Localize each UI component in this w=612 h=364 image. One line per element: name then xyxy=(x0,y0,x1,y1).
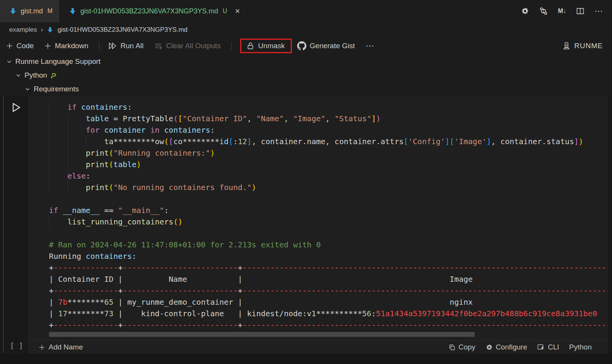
language-label: Python xyxy=(569,343,592,351)
unmask-label: Unmask xyxy=(258,42,285,50)
runme-label: RUNME xyxy=(574,42,603,50)
code-cell[interactable]: if containers: table = PrettyTable(["Con… xyxy=(29,96,607,354)
run-all-icon xyxy=(108,41,117,50)
modified-badge: M xyxy=(47,8,52,15)
unmask-button[interactable]: Unmask xyxy=(246,42,285,50)
untracked-badge: U xyxy=(223,8,227,15)
tab-bar: gist.md M gist-01HWD053BZ23JN6VA7X3NGP3Y… xyxy=(0,0,612,22)
run-all-button[interactable]: Run All xyxy=(108,41,143,50)
tree-item-label: Runme Language Support xyxy=(15,57,101,66)
add-code-label: Code xyxy=(16,42,34,50)
chevron-down-icon xyxy=(24,86,31,92)
file-down-arrow-icon xyxy=(9,7,17,15)
code-line xyxy=(49,193,583,205)
tree-item-label: Python xyxy=(24,71,47,80)
gear-icon xyxy=(485,344,493,351)
breadcrumb-file[interactable]: gist-01HWD053BZ23JN6VA7X3NGP3YS.md xyxy=(57,26,187,34)
code-line: else: xyxy=(49,170,583,182)
tree-item-label: Requirements xyxy=(34,85,79,93)
code-line: | 7b********65 | my_runme_demo_container… xyxy=(49,296,607,308)
configure-label: Configure xyxy=(496,343,527,351)
code-line: print("Running containers:") xyxy=(49,147,583,159)
chevron-down-icon xyxy=(15,72,21,78)
code-line: if __name__ == "__main__": xyxy=(49,205,583,216)
add-markdown-cell-button[interactable]: Markdown xyxy=(44,42,88,50)
more-actions-icon[interactable]: ⋯ xyxy=(594,6,604,16)
github-icon xyxy=(297,41,306,50)
code-line: +--------------+------------------------… xyxy=(49,262,607,273)
runme-brand: RUNME xyxy=(562,42,603,50)
clear-all-outputs-button[interactable]: Clear All Outputs xyxy=(154,42,221,50)
breadcrumb-separator-icon: › xyxy=(41,26,43,34)
plus-icon xyxy=(6,42,13,49)
file-down-arrow-icon xyxy=(69,7,76,15)
markdown-download-icon[interactable]: M↓ xyxy=(558,8,566,15)
copy-button[interactable]: Copy xyxy=(448,343,475,351)
add-name-label: Add Name xyxy=(49,343,83,351)
snake-icon xyxy=(50,72,58,79)
breadcrumb: examples › gist-01HWD053BZ23JN6VA7X3NGP3… xyxy=(0,22,612,37)
copy-label: Copy xyxy=(459,343,475,351)
code-line: print("No running containers found.") xyxy=(49,182,583,193)
file-down-arrow-icon xyxy=(47,26,54,33)
code-line: table = PrettyTable(["Container ID", "Na… xyxy=(49,113,583,124)
annotation-red-box: Unmask xyxy=(240,39,292,53)
code-line: Running containers: xyxy=(49,250,607,262)
tree-item-requirements[interactable]: Requirements xyxy=(0,82,612,96)
code-line: +--------------+------------------------… xyxy=(49,285,607,296)
close-icon[interactable]: ✕ xyxy=(235,7,240,15)
generate-gist-label: Generate Gist xyxy=(310,42,355,50)
code-line: list_running_containers() xyxy=(49,216,583,227)
add-code-cell-button[interactable]: Code xyxy=(6,42,34,50)
split-editor-icon[interactable] xyxy=(576,7,584,15)
code-line: for container in containers: xyxy=(49,124,583,136)
code-line: if containers: xyxy=(49,101,583,113)
toolbar-separator xyxy=(99,42,99,50)
code-line: # Ran on 2024-04-26 11:47:08+01:00 for 2… xyxy=(49,239,607,250)
code-line: | Container ID | Name | Image xyxy=(49,273,607,285)
cli-label: CLI xyxy=(548,343,559,351)
toolbar-separator xyxy=(231,42,232,50)
tab-gist-01hwd[interactable]: gist-01HWD053BZ23JN6VA7X3NGP3YS.md U ✕ xyxy=(60,0,247,22)
tab-gist-md[interactable]: gist.md M xyxy=(0,0,60,22)
code-line: | 17********73 | kind-control-plane | ki… xyxy=(49,308,607,319)
chevron-down-icon xyxy=(6,58,12,65)
horizontal-scrollbar[interactable] xyxy=(49,332,475,337)
code-line: ta*********ow([co********id[:12], contai… xyxy=(49,136,583,147)
add-name-button[interactable]: Add Name xyxy=(39,343,83,351)
clear-all-label: Clear All Outputs xyxy=(166,42,221,50)
notebook-editor: if containers: table = PrettyTable(["Con… xyxy=(0,96,612,354)
cell-status-brackets: [ ] xyxy=(10,341,23,350)
cli-button[interactable]: CLI xyxy=(537,343,559,351)
code-editor-content[interactable]: if containers: table = PrettyTable(["Con… xyxy=(49,101,583,227)
terminal-cli-icon xyxy=(537,343,545,351)
git-compare-icon[interactable] xyxy=(539,6,548,16)
run-cell-button[interactable] xyxy=(9,101,22,114)
cell-output: # Ran on 2024-04-26 11:47:08+01:00 for 2… xyxy=(49,239,607,331)
breadcrumb-folder[interactable]: examples xyxy=(9,26,37,34)
gear-icon[interactable] xyxy=(521,7,529,15)
plus-icon xyxy=(39,344,45,351)
outline-tree: Runme Language Support Python Requiremen… xyxy=(0,55,612,96)
unlock-icon xyxy=(246,42,255,50)
generate-gist-button[interactable]: Generate Gist xyxy=(297,41,355,50)
copy-icon xyxy=(448,344,456,351)
plus-icon xyxy=(44,42,51,49)
cell-footer: Add Name Copy Configure CLI Python xyxy=(29,340,607,354)
cell-language-indicator[interactable]: Python xyxy=(569,343,592,351)
run-all-label: Run All xyxy=(120,42,143,50)
tree-item-runme-language-support[interactable]: Runme Language Support xyxy=(0,55,612,68)
toolbar-more-icon[interactable]: ⋯ xyxy=(366,41,375,51)
notebook-toolbar: Code Markdown Run All Clear All Outputs … xyxy=(0,37,612,55)
code-line: print(table) xyxy=(49,159,583,170)
editor-actions: M↓ ⋯ xyxy=(521,0,612,22)
cell-focus-bar xyxy=(3,96,4,353)
tab-label: gist.md xyxy=(21,7,43,15)
add-markdown-label: Markdown xyxy=(55,42,88,50)
clear-all-icon xyxy=(154,42,163,50)
tab-label: gist-01HWD053BZ23JN6VA7X3NGP3YS.md xyxy=(80,7,218,15)
runme-icon xyxy=(562,42,571,50)
configure-button[interactable]: Configure xyxy=(485,343,527,351)
tree-item-python[interactable]: Python xyxy=(0,68,612,82)
code-line: +--------------+------------------------… xyxy=(49,319,607,331)
